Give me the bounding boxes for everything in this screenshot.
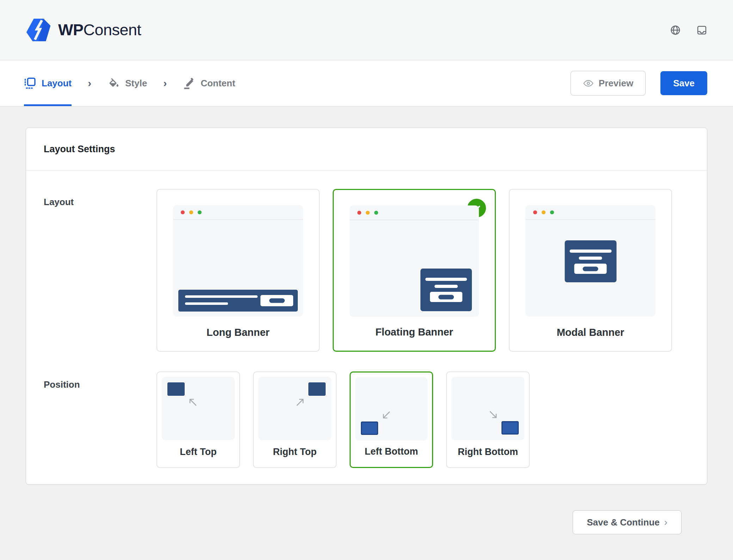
position-row: Position Left Top [44,371,689,468]
position-option-label: Left Bottom [351,446,432,457]
footer-bar: Save & Continue › [26,485,707,534]
app-header: WPConsent [0,0,733,60]
wpconsent-logo-icon [26,18,51,42]
tab-layout[interactable]: Layout [24,60,72,106]
position-options: Left Top Right Top [156,371,530,468]
layout-option-label: Modal Banner [510,327,671,338]
arrow-down-left-icon [381,410,391,421]
traffic-dot-yellow-icon [366,211,370,215]
wpconsent-logo-text: WPConsent [58,21,141,39]
paint-bucket-icon [107,77,119,89]
panel-body: Layout [26,171,707,484]
tab-content-label: Content [201,78,235,89]
pencil-icon [183,77,195,89]
position-mockup [258,377,331,440]
banner-position-rect [167,382,185,396]
position-option-left-top[interactable]: Left Top [156,371,240,468]
mock-text-line [425,278,467,281]
banner-position-rect [361,421,378,435]
layout-option-modal-banner[interactable]: Modal Banner [509,189,672,352]
main-content: Layout Settings Layout [0,106,733,534]
preview-button[interactable]: Preview [571,71,646,96]
modal-banner-graphic [565,240,616,282]
layout-option-label: Floating Banner [334,326,495,338]
position-option-right-top[interactable]: Right Top [253,371,337,468]
browser-topbar [525,205,655,220]
save-and-continue-label: Save & Continue [587,517,660,528]
banner-position-rect [308,382,326,396]
chevron-right-icon: › [664,517,667,528]
layout-settings-panel: Layout Settings Layout [26,128,707,485]
layout-option-long-banner[interactable]: Long Banner [156,189,320,352]
nav-separator-chevron: › [88,60,91,106]
eye-icon [583,78,594,89]
header-icons [670,25,707,36]
browser-mockup [525,205,655,316]
position-option-label: Right Bottom [447,447,529,457]
tab-layout-label: Layout [42,78,72,89]
mock-button-label-bar [438,295,454,299]
layout-option-floating-banner[interactable]: Floating Banner [333,189,496,352]
traffic-dot-green-icon [374,211,378,215]
layout-icon [24,77,36,89]
nav-separator-chevron: › [163,60,167,106]
inbox-icon[interactable] [696,25,707,36]
banner-position-rect [501,421,519,435]
position-option-label: Right Top [254,447,336,457]
logo-text-bold: WP [58,21,84,39]
layout-options: Long Banner [156,189,672,352]
position-mockup [162,377,235,440]
panel-title: Layout Settings [44,144,115,155]
wpconsent-logo: WPConsent [26,18,141,42]
tab-content[interactable]: Content [183,60,235,106]
settings-nav: Layout › Style › Content Preview [0,60,733,106]
mock-text-line [185,295,258,298]
traffic-dot-red-icon [357,211,361,215]
traffic-dot-red-icon [181,210,185,214]
browser-mockup [173,205,303,316]
traffic-dot-green-icon [198,210,202,214]
mock-accept-button [430,292,462,302]
nav-actions: Preview Save [571,60,707,106]
position-row-label: Position [44,371,156,468]
panel-header: Layout Settings [26,128,707,171]
arrow-down-right-icon [488,410,499,420]
browser-topbar [173,205,303,220]
mock-text-line [569,250,611,253]
position-option-right-bottom[interactable]: Right Bottom [446,371,530,468]
traffic-dot-yellow-icon [189,210,193,214]
globe-icon[interactable] [670,25,681,36]
position-option-label: Left Top [157,447,239,457]
floating-banner-graphic [420,269,472,311]
wpconsent-settings-page: WPConsent Layout › [0,0,733,534]
preview-button-label: Preview [599,78,633,89]
long-banner-graphic [178,290,298,312]
traffic-dot-red-icon [533,210,537,214]
position-mockup [355,377,427,441]
mock-text-line [435,285,458,288]
logo-text-rest: Consent [84,21,141,39]
save-and-continue-button[interactable]: Save & Continue › [573,510,682,534]
mock-accept-button [574,264,607,274]
mock-text-line [579,257,602,260]
traffic-dot-yellow-icon [542,210,546,214]
traffic-dot-green-icon [550,210,554,214]
arrow-up-left-icon [187,396,198,407]
tab-style[interactable]: Style [107,60,147,106]
browser-mockup [350,205,479,317]
save-button[interactable]: Save [660,71,707,95]
browser-topbar [350,205,479,220]
position-option-left-bottom[interactable]: Left Bottom [350,371,433,468]
position-mockup [451,377,524,440]
tab-style-label: Style [125,78,147,89]
layout-row-label: Layout [44,189,156,352]
layout-option-label: Long Banner [157,327,319,338]
arrow-up-right-icon [295,396,306,407]
mock-accept-button [260,295,293,306]
mock-button-label-bar [583,266,598,271]
layout-row: Layout [44,189,689,352]
mock-button-label-bar [269,299,285,303]
mock-text-line [185,302,228,305]
